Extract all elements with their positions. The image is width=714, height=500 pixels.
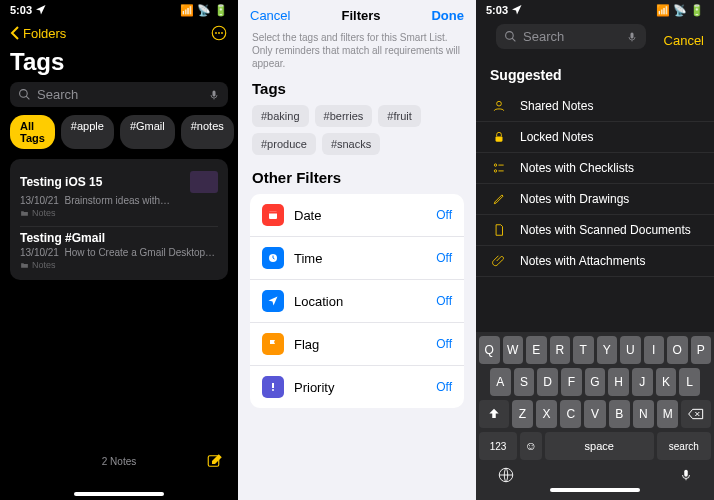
home-indicator[interactable]	[74, 492, 164, 496]
battery-icon: 🔋	[690, 4, 704, 17]
keyboard: Q W E R T Y U I O P A S D F G H J K L Z …	[476, 332, 714, 500]
key[interactable]: D	[537, 368, 558, 396]
filter-row-flag[interactable]: Flag Off	[250, 323, 464, 366]
lock-icon	[490, 130, 508, 144]
search-input[interactable]: Search	[496, 24, 646, 49]
key[interactable]: T	[573, 336, 594, 364]
key[interactable]: H	[608, 368, 629, 396]
tag-item[interactable]: #Gmail	[120, 115, 175, 149]
compose-icon[interactable]	[206, 452, 224, 470]
key[interactable]: Y	[597, 336, 618, 364]
key[interactable]: L	[679, 368, 700, 396]
key[interactable]: X	[536, 400, 557, 428]
mic-icon[interactable]	[208, 88, 220, 102]
search-icon	[504, 30, 517, 43]
tag-chip[interactable]: #berries	[315, 105, 373, 127]
numbers-key[interactable]: 123	[479, 432, 517, 460]
cancel-button[interactable]: Cancel	[250, 8, 290, 23]
key[interactable]: R	[550, 336, 571, 364]
svg-point-3	[221, 32, 223, 34]
tag-chip[interactable]: #snacks	[322, 133, 380, 155]
backspace-icon	[688, 408, 704, 420]
key[interactable]: J	[632, 368, 653, 396]
space-key[interactable]: space	[545, 432, 654, 460]
mic-icon[interactable]	[626, 30, 638, 44]
note-title: Testing #Gmail	[20, 231, 105, 245]
note-folder: Notes	[32, 208, 56, 218]
emoji-key[interactable]: ☺	[520, 432, 542, 460]
suggestion-locked-notes[interactable]: Locked Notes	[476, 122, 714, 153]
page-title: Tags	[0, 48, 238, 82]
signal-icon: 📶	[656, 4, 670, 17]
search-placeholder: Search	[37, 87, 202, 102]
shift-icon	[487, 407, 501, 421]
tag-item[interactable]: #apple	[61, 115, 114, 149]
key[interactable]: A	[490, 368, 511, 396]
filter-label: Flag	[294, 337, 426, 352]
dictate-icon[interactable]	[679, 466, 693, 484]
svg-rect-23	[684, 470, 688, 477]
note-row[interactable]: Testing iOS 15 13/10/21 Brainstorm ideas…	[20, 167, 218, 227]
suggestion-attachments[interactable]: Notes with Attachments	[476, 246, 714, 277]
key[interactable]: S	[514, 368, 535, 396]
tag-all[interactable]: All Tags	[10, 115, 55, 149]
tag-chip[interactable]: #baking	[252, 105, 309, 127]
section-header: Suggested	[476, 65, 714, 91]
key[interactable]: K	[656, 368, 677, 396]
key[interactable]: B	[609, 400, 630, 428]
search-icon	[18, 88, 31, 101]
battery-icon: 🔋	[214, 4, 228, 17]
tag-chip[interactable]: #produce	[252, 133, 316, 155]
keyboard-row: Q W E R T Y U I O P	[479, 336, 711, 364]
key[interactable]: W	[503, 336, 524, 364]
key[interactable]: E	[526, 336, 547, 364]
key[interactable]: U	[620, 336, 641, 364]
filter-row-time[interactable]: Time Off	[250, 237, 464, 280]
home-indicator[interactable]	[550, 488, 640, 492]
suggestion-label: Shared Notes	[520, 99, 593, 113]
more-icon[interactable]	[210, 24, 228, 42]
key[interactable]: O	[667, 336, 688, 364]
note-title: Testing iOS 15	[20, 175, 102, 189]
priority-icon	[262, 376, 284, 398]
filter-row-priority[interactable]: Priority Off	[250, 366, 464, 408]
key[interactable]: G	[585, 368, 606, 396]
suggestion-drawings[interactable]: Notes with Drawings	[476, 184, 714, 215]
suggestion-checklists[interactable]: Notes with Checklists	[476, 153, 714, 184]
key[interactable]: M	[657, 400, 678, 428]
svg-point-2	[218, 32, 220, 34]
suggestion-shared-notes[interactable]: Shared Notes	[476, 91, 714, 122]
search-input[interactable]: Search	[10, 82, 228, 107]
back-button[interactable]: Folders	[10, 26, 66, 41]
svg-rect-6	[213, 90, 216, 96]
cancel-button[interactable]: Cancel	[664, 33, 704, 48]
status-time: 5:03	[486, 4, 508, 16]
filter-row-location[interactable]: Location Off	[250, 280, 464, 323]
tag-item[interactable]: #notes	[181, 115, 234, 149]
shift-key[interactable]	[479, 400, 509, 428]
backspace-key[interactable]	[681, 400, 711, 428]
filter-row-date[interactable]: Date Off	[250, 194, 464, 237]
tags-header: Tags	[238, 78, 476, 105]
key[interactable]: I	[644, 336, 665, 364]
folder-icon	[20, 261, 29, 270]
key[interactable]: F	[561, 368, 582, 396]
key[interactable]: N	[633, 400, 654, 428]
suggestion-label: Notes with Scanned Documents	[520, 223, 691, 237]
calendar-icon	[262, 204, 284, 226]
wifi-icon: 📡	[673, 4, 687, 17]
globe-icon[interactable]	[497, 466, 515, 484]
key[interactable]: V	[584, 400, 605, 428]
suggestion-scanned-documents[interactable]: Notes with Scanned Documents	[476, 215, 714, 246]
note-row[interactable]: Testing #Gmail 13/10/21 How to Create a …	[20, 227, 218, 272]
filter-value: Off	[436, 208, 452, 222]
checklist-icon	[490, 161, 508, 175]
key[interactable]: Z	[512, 400, 533, 428]
key[interactable]: C	[560, 400, 581, 428]
search-key[interactable]: search	[657, 432, 711, 460]
key[interactable]: P	[691, 336, 712, 364]
key[interactable]: Q	[479, 336, 500, 364]
tag-chip[interactable]: #fruit	[378, 105, 420, 127]
done-button[interactable]: Done	[431, 8, 464, 23]
svg-rect-15	[630, 32, 633, 38]
